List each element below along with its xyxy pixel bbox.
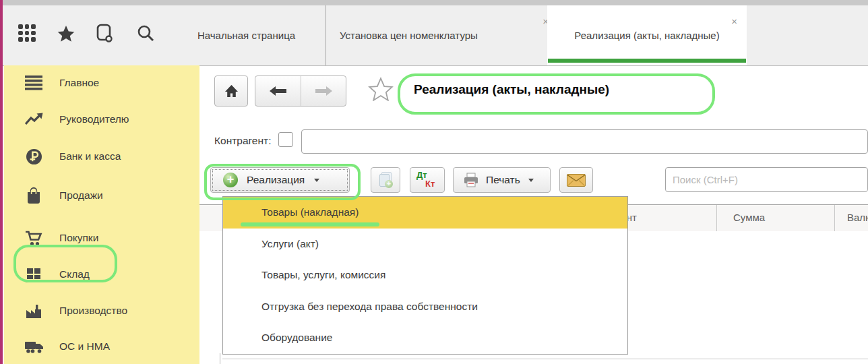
menu-item-otgruzka-bez-perekhoda[interactable]: Отгрузка без перехода права собственност…: [223, 291, 627, 323]
tab-realization-active[interactable]: Реализация (акты, накладные) ×: [547, 5, 747, 65]
menu-item-tovary-uslugi-komissiya[interactable]: Товары, услуги, комиссия: [223, 260, 627, 291]
tab-close-icon[interactable]: ×: [731, 16, 737, 26]
counterparty-filter-checkbox[interactable]: [278, 132, 293, 147]
sidebar-item-rukovoditelyu[interactable]: Руководителю: [4, 107, 199, 131]
printer-icon: [463, 173, 479, 187]
window-top-strip: [3, 0, 868, 5]
copy-document-button[interactable]: +: [371, 167, 400, 193]
sidebar-item-label: Продажи: [59, 189, 103, 202]
page-title: Реализация (акты, накладные): [414, 82, 609, 97]
menu-item-label: Товары, услуги, комиссия: [261, 269, 385, 280]
tab-home[interactable]: Начальная страница: [167, 5, 326, 65]
sidebar-item-os-i-nma[interactable]: ОС и НМА: [4, 334, 199, 359]
tab-label: Реализация (акты, накладные): [574, 30, 719, 41]
column-header-sum[interactable]: Сумма: [733, 212, 765, 223]
menu-item-label: Оборудование: [261, 332, 332, 343]
sidebar-item-sklad[interactable]: Склад: [4, 262, 199, 286]
tab-label: Установка цен номенклатуры: [340, 30, 478, 41]
chevron-down-icon: [528, 179, 534, 182]
home-icon: [224, 84, 239, 98]
copy-document-icon: +: [378, 172, 393, 188]
print-button[interactable]: Печать: [453, 167, 551, 193]
star-glyph: [57, 24, 75, 42]
counterparty-filter-input[interactable]: [301, 129, 868, 154]
print-button-label: Печать: [486, 174, 520, 186]
warehouse-icon: [23, 267, 44, 282]
sidebar-item-label: Покупки: [59, 232, 98, 244]
menu-lines-icon: [23, 75, 44, 90]
chevron-down-icon: [314, 179, 319, 182]
sidebar-item-prodazhi[interactable]: Продажи: [4, 183, 199, 208]
sidebar-item-proizvodstvo[interactable]: Производство: [4, 299, 199, 323]
sidebar: Главное Руководителю Банк и касса: [4, 65, 199, 364]
sidebar-item-pokupki[interactable]: Покупки: [4, 226, 199, 250]
panel-edge-line: [220, 353, 220, 364]
favorites-star-icon[interactable]: [55, 22, 77, 44]
plus-sphere-icon: +: [223, 173, 238, 187]
create-dropdown-menu: Товары (накладная) Услуги (акт) Товары, …: [222, 196, 628, 355]
star-outline-icon: [368, 77, 394, 101]
back-arrow-icon: [270, 86, 287, 96]
annotation-underline: [241, 222, 379, 226]
shopping-bag-icon: [23, 187, 44, 204]
tab-label: Начальная страница: [197, 30, 295, 41]
factory-icon: [23, 303, 44, 319]
sidebar-item-bank-i-kassa[interactable]: Банк и касса: [4, 144, 199, 169]
home-button[interactable]: [214, 75, 248, 107]
envelope-icon: [567, 174, 586, 187]
search-input[interactable]: [665, 167, 868, 192]
history-glyph: [96, 24, 114, 43]
truck-icon: [23, 340, 44, 354]
menu-item-uslugi-akt[interactable]: Услуги (акт): [223, 229, 627, 260]
app-window: Начальная страница Установка цен номенкл…: [0, 0, 868, 364]
apps-grid-icon[interactable]: [16, 22, 38, 44]
sidebar-item-label: Банк и касса: [59, 150, 121, 162]
favorite-star-toggle[interactable]: [368, 77, 394, 104]
history-nav-buttons: [255, 75, 346, 107]
ruble-coin-icon: [23, 148, 44, 165]
sidebar-item-label: Производство: [59, 305, 127, 317]
sidebar-item-label: Руководителю: [59, 113, 129, 125]
search-icon[interactable]: [135, 22, 156, 44]
create-realization-button[interactable]: + Реализация: [210, 167, 350, 193]
menu-item-label: Товары (накладная): [261, 206, 359, 218]
create-button-label: Реализация: [247, 174, 305, 186]
forward-arrow-icon: [315, 86, 332, 96]
sidebar-item-label: Склад: [59, 268, 90, 280]
column-separator[interactable]: [834, 205, 835, 231]
active-tab-underline: [548, 59, 746, 63]
tab-price-setting[interactable]: Установка цен номенклатуры ×: [326, 5, 559, 65]
sidebar-item-glavnoe[interactable]: Главное: [4, 71, 199, 95]
back-button[interactable]: [255, 76, 301, 106]
column-header-currency[interactable]: Валюта: [847, 212, 868, 223]
menu-item-label: Отгрузка без перехода права собственност…: [261, 301, 478, 312]
counterparty-filter-label: Контрагент:: [214, 135, 271, 147]
menu-item-tovary-nakladnaya[interactable]: Товары (накладная): [223, 197, 627, 229]
shopping-cart-icon: [23, 231, 44, 246]
sidebar-item-label: ОС и НМА: [59, 340, 110, 353]
sidebar-item-label: Главное: [59, 77, 99, 89]
column-separator[interactable]: [716, 205, 717, 231]
forward-button[interactable]: [301, 76, 346, 106]
credit-label: Кт: [425, 179, 435, 189]
apps-grid-glyph: [18, 24, 36, 42]
menu-item-oborudovanie[interactable]: Оборудование: [223, 322, 627, 354]
history-icon[interactable]: [94, 22, 115, 44]
panel-edge-line: [222, 359, 868, 359]
send-email-button[interactable]: [559, 167, 593, 193]
search-glyph: [137, 24, 155, 42]
trend-chart-icon: [23, 113, 44, 126]
show-postings-button[interactable]: Дт Кт: [410, 167, 445, 193]
menu-item-label: Услуги (акт): [261, 238, 319, 249]
